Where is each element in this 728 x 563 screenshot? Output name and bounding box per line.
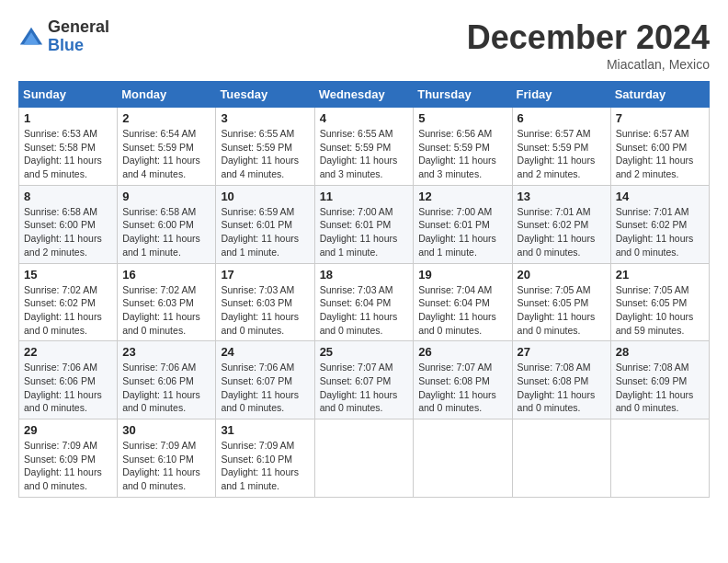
day-number: 9 [122, 190, 210, 203]
calendar-cell: 10Sunrise: 6:59 AM Sunset: 6:01 PM Dayli… [216, 185, 314, 263]
day-info: Sunrise: 6:54 AM Sunset: 5:59 PM Dayligh… [122, 127, 210, 181]
calendar-cell: 25Sunrise: 7:07 AM Sunset: 6:07 PM Dayli… [314, 341, 414, 419]
day-info: Sunrise: 7:07 AM Sunset: 6:08 PM Dayligh… [418, 361, 506, 415]
calendar-cell: 20Sunrise: 7:05 AM Sunset: 6:05 PM Dayli… [512, 263, 610, 341]
calendar-week-row: 29Sunrise: 7:09 AM Sunset: 6:09 PM Dayli… [19, 419, 710, 498]
calendar-cell: 9Sunrise: 6:58 AM Sunset: 6:00 PM Daylig… [118, 185, 216, 263]
day-info: Sunrise: 6:56 AM Sunset: 5:59 PM Dayligh… [418, 127, 506, 181]
day-info: Sunrise: 6:55 AM Sunset: 5:59 PM Dayligh… [320, 127, 409, 181]
day-info: Sunrise: 7:02 AM Sunset: 6:03 PM Dayligh… [122, 283, 210, 338]
day-info: Sunrise: 6:55 AM Sunset: 5:59 PM Dayligh… [221, 127, 309, 181]
calendar-week-row: 15Sunrise: 7:02 AM Sunset: 6:02 PM Dayli… [19, 263, 710, 341]
calendar-week-row: 1Sunrise: 6:53 AM Sunset: 5:58 PM Daylig… [19, 108, 710, 186]
logo-blue-text: Blue [48, 37, 109, 55]
day-number: 5 [418, 111, 506, 125]
day-info: Sunrise: 7:03 AM Sunset: 6:04 PM Dayligh… [320, 283, 409, 338]
day-info: Sunrise: 7:00 AM Sunset: 6:01 PM Dayligh… [320, 205, 409, 259]
day-number: 8 [24, 190, 112, 203]
title-block: December 2024 Miacatlan, Mexico [467, 18, 710, 72]
day-info: Sunrise: 7:06 AM Sunset: 6:06 PM Dayligh… [24, 361, 112, 415]
logo: General Blue [18, 18, 109, 55]
day-info: Sunrise: 7:00 AM Sunset: 6:01 PM Dayligh… [418, 205, 506, 259]
day-number: 21 [616, 268, 704, 282]
calendar-header-tuesday: Tuesday [216, 82, 314, 108]
day-number: 18 [320, 268, 409, 282]
day-number: 30 [122, 423, 210, 437]
day-info: Sunrise: 7:02 AM Sunset: 6:02 PM Dayligh… [24, 283, 112, 338]
day-info: Sunrise: 7:09 AM Sunset: 6:10 PM Dayligh… [122, 439, 210, 493]
day-info: Sunrise: 7:06 AM Sunset: 6:06 PM Dayligh… [122, 361, 210, 415]
logo-text: General Blue [48, 18, 109, 55]
calendar-header-row: SundayMondayTuesdayWednesdayThursdayFrid… [19, 82, 710, 108]
calendar-cell: 18Sunrise: 7:03 AM Sunset: 6:04 PM Dayli… [314, 263, 414, 341]
day-info: Sunrise: 6:58 AM Sunset: 6:00 PM Dayligh… [122, 205, 210, 259]
day-number: 31 [221, 423, 309, 437]
day-info: Sunrise: 6:53 AM Sunset: 5:58 PM Dayligh… [24, 127, 112, 181]
logo-general-text: General [48, 18, 109, 37]
calendar-cell: 7Sunrise: 6:57 AM Sunset: 6:00 PM Daylig… [610, 108, 709, 186]
calendar-cell: 12Sunrise: 7:00 AM Sunset: 6:01 PM Dayli… [414, 185, 512, 263]
day-info: Sunrise: 7:08 AM Sunset: 6:09 PM Dayligh… [616, 361, 704, 415]
day-number: 22 [24, 345, 112, 359]
day-number: 2 [122, 111, 210, 125]
day-info: Sunrise: 7:06 AM Sunset: 6:07 PM Dayligh… [221, 361, 309, 415]
calendar-week-row: 8Sunrise: 6:58 AM Sunset: 6:00 PM Daylig… [19, 185, 710, 263]
day-info: Sunrise: 7:04 AM Sunset: 6:04 PM Dayligh… [418, 283, 506, 338]
calendar-cell: 8Sunrise: 6:58 AM Sunset: 6:00 PM Daylig… [19, 185, 118, 263]
day-info: Sunrise: 6:58 AM Sunset: 6:00 PM Dayligh… [24, 205, 112, 259]
day-info: Sunrise: 6:57 AM Sunset: 6:00 PM Dayligh… [616, 127, 704, 181]
calendar-cell: 16Sunrise: 7:02 AM Sunset: 6:03 PM Dayli… [118, 263, 216, 341]
day-info: Sunrise: 7:07 AM Sunset: 6:07 PM Dayligh… [320, 361, 409, 415]
calendar-header-sunday: Sunday [19, 82, 118, 108]
day-number: 20 [518, 268, 606, 282]
day-number: 19 [418, 268, 506, 282]
day-info: Sunrise: 7:08 AM Sunset: 6:08 PM Dayligh… [518, 361, 606, 415]
calendar-cell: 28Sunrise: 7:08 AM Sunset: 6:09 PM Dayli… [610, 341, 709, 419]
calendar-cell: 17Sunrise: 7:03 AM Sunset: 6:03 PM Dayli… [216, 263, 314, 341]
day-info: Sunrise: 7:05 AM Sunset: 6:05 PM Dayligh… [616, 283, 704, 338]
calendar-cell: 6Sunrise: 6:57 AM Sunset: 5:59 PM Daylig… [512, 108, 610, 186]
page-header: General Blue December 2024 Miacatlan, Me… [18, 18, 710, 72]
calendar-week-row: 22Sunrise: 7:06 AM Sunset: 6:06 PM Dayli… [19, 341, 710, 419]
calendar-header-thursday: Thursday [414, 82, 512, 108]
day-number: 23 [122, 345, 210, 359]
calendar-cell: 13Sunrise: 7:01 AM Sunset: 6:02 PM Dayli… [512, 185, 610, 263]
calendar-cell: 27Sunrise: 7:08 AM Sunset: 6:08 PM Dayli… [512, 341, 610, 419]
day-number: 26 [418, 345, 506, 359]
calendar-cell [314, 419, 414, 498]
calendar-cell: 1Sunrise: 6:53 AM Sunset: 5:58 PM Daylig… [19, 108, 118, 186]
day-number: 4 [320, 111, 409, 125]
day-number: 1 [24, 111, 112, 125]
day-number: 16 [122, 268, 210, 282]
calendar-cell: 30Sunrise: 7:09 AM Sunset: 6:10 PM Dayli… [118, 419, 216, 498]
calendar-cell: 29Sunrise: 7:09 AM Sunset: 6:09 PM Dayli… [19, 419, 118, 498]
calendar-cell: 26Sunrise: 7:07 AM Sunset: 6:08 PM Dayli… [414, 341, 512, 419]
day-info: Sunrise: 7:05 AM Sunset: 6:05 PM Dayligh… [518, 283, 606, 338]
day-number: 11 [320, 190, 409, 203]
calendar-cell: 15Sunrise: 7:02 AM Sunset: 6:02 PM Dayli… [19, 263, 118, 341]
day-number: 7 [616, 111, 704, 125]
day-number: 12 [418, 190, 506, 203]
day-number: 15 [24, 268, 112, 282]
day-number: 27 [518, 345, 606, 359]
calendar-header-monday: Monday [118, 82, 216, 108]
calendar-cell: 21Sunrise: 7:05 AM Sunset: 6:05 PM Dayli… [610, 263, 709, 341]
calendar-cell: 24Sunrise: 7:06 AM Sunset: 6:07 PM Dayli… [216, 341, 314, 419]
month-title: December 2024 [467, 18, 710, 57]
calendar-cell: 19Sunrise: 7:04 AM Sunset: 6:04 PM Dayli… [414, 263, 512, 341]
day-number: 6 [518, 111, 606, 125]
day-info: Sunrise: 6:59 AM Sunset: 6:01 PM Dayligh… [221, 205, 309, 259]
day-info: Sunrise: 6:57 AM Sunset: 5:59 PM Dayligh… [518, 127, 606, 181]
calendar-header-saturday: Saturday [610, 82, 709, 108]
day-info: Sunrise: 7:01 AM Sunset: 6:02 PM Dayligh… [616, 205, 704, 259]
day-number: 13 [518, 190, 606, 203]
day-number: 28 [616, 345, 704, 359]
day-info: Sunrise: 7:03 AM Sunset: 6:03 PM Dayligh… [221, 283, 309, 338]
day-number: 3 [221, 111, 309, 125]
location: Miacatlan, Mexico [467, 57, 710, 72]
day-number: 10 [221, 190, 309, 203]
logo-icon [18, 24, 44, 50]
calendar-cell: 5Sunrise: 6:56 AM Sunset: 5:59 PM Daylig… [414, 108, 512, 186]
calendar-cell: 2Sunrise: 6:54 AM Sunset: 5:59 PM Daylig… [118, 108, 216, 186]
calendar-header-friday: Friday [512, 82, 610, 108]
